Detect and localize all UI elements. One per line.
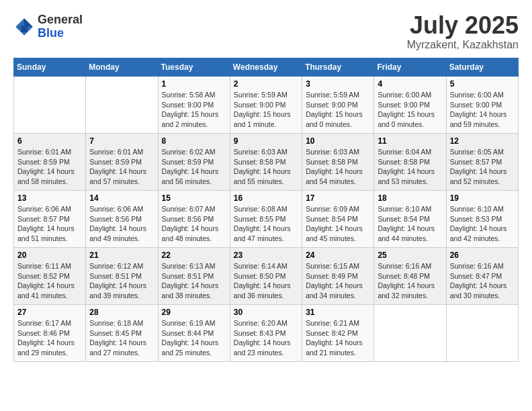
svg-marker-1 [24, 18, 33, 27]
weekday-header: Saturday [446, 58, 518, 77]
calendar-day-cell: 22Sunrise: 6:13 AM Sunset: 8:51 PM Dayli… [158, 248, 230, 305]
day-info: Sunrise: 6:01 AM Sunset: 8:59 PM Dayligh… [17, 147, 82, 187]
day-info: Sunrise: 6:06 AM Sunset: 8:56 PM Dayligh… [89, 204, 154, 244]
calendar-day-cell: 1Sunrise: 5:58 AM Sunset: 9:00 PM Daylig… [158, 77, 230, 134]
day-info: Sunrise: 5:58 AM Sunset: 9:00 PM Dayligh… [162, 90, 226, 130]
day-info: Sunrise: 6:17 AM Sunset: 8:46 PM Dayligh… [17, 318, 82, 358]
day-info: Sunrise: 6:03 AM Sunset: 8:58 PM Dayligh… [306, 147, 370, 187]
day-info: Sunrise: 6:11 AM Sunset: 8:52 PM Dayligh… [17, 261, 82, 301]
day-info: Sunrise: 6:00 AM Sunset: 9:00 PM Dayligh… [378, 90, 442, 130]
day-number: 15 [162, 193, 226, 203]
weekday-header: Wednesday [230, 58, 302, 77]
day-number: 29 [162, 308, 226, 317]
weekday-header: Tuesday [158, 58, 230, 77]
calendar-day-cell: 4Sunrise: 6:00 AM Sunset: 9:00 PM Daylig… [374, 77, 446, 134]
day-info: Sunrise: 6:13 AM Sunset: 8:51 PM Dayligh… [162, 261, 226, 301]
calendar-day-cell: 3Sunrise: 5:59 AM Sunset: 9:00 PM Daylig… [302, 77, 374, 134]
day-number: 22 [162, 250, 226, 260]
day-info: Sunrise: 6:19 AM Sunset: 8:44 PM Dayligh… [162, 318, 226, 358]
day-number: 31 [306, 308, 370, 317]
day-number: 7 [89, 136, 154, 146]
day-info: Sunrise: 6:18 AM Sunset: 8:45 PM Dayligh… [89, 318, 154, 358]
day-info: Sunrise: 6:05 AM Sunset: 8:57 PM Dayligh… [450, 147, 515, 187]
day-number: 27 [17, 308, 82, 317]
weekday-header: Friday [374, 58, 446, 77]
calendar-day-cell: 20Sunrise: 6:11 AM Sunset: 8:52 PM Dayli… [14, 248, 86, 305]
calendar-day-cell: 16Sunrise: 6:08 AM Sunset: 8:55 PM Dayli… [230, 191, 302, 248]
calendar-day-cell: 18Sunrise: 6:10 AM Sunset: 8:54 PM Dayli… [374, 191, 446, 248]
day-number: 5 [450, 79, 515, 89]
calendar-day-cell: 28Sunrise: 6:18 AM Sunset: 8:45 PM Dayli… [86, 305, 158, 362]
calendar-day-cell: 7Sunrise: 6:01 AM Sunset: 8:59 PM Daylig… [86, 134, 158, 191]
day-number: 23 [234, 250, 298, 260]
day-info: Sunrise: 6:09 AM Sunset: 8:54 PM Dayligh… [306, 204, 370, 244]
calendar-day-cell: 6Sunrise: 6:01 AM Sunset: 8:59 PM Daylig… [14, 134, 86, 191]
logo-icon [13, 16, 35, 38]
calendar-day-cell: 13Sunrise: 6:06 AM Sunset: 8:57 PM Dayli… [14, 191, 86, 248]
calendar-day-cell: 21Sunrise: 6:12 AM Sunset: 8:51 PM Dayli… [86, 248, 158, 305]
day-number: 2 [234, 79, 298, 89]
calendar-day-cell [446, 305, 518, 362]
day-number: 12 [450, 136, 515, 146]
calendar-day-cell: 5Sunrise: 6:00 AM Sunset: 9:00 PM Daylig… [446, 77, 518, 134]
page-header: General Blue July 2025 Myrzakent, Kazakh… [13, 13, 519, 51]
weekday-header: Sunday [14, 58, 86, 77]
calendar-day-cell: 11Sunrise: 6:04 AM Sunset: 8:58 PM Dayli… [374, 134, 446, 191]
day-number: 26 [450, 250, 515, 260]
day-info: Sunrise: 5:59 AM Sunset: 9:00 PM Dayligh… [306, 90, 370, 130]
day-number: 6 [17, 136, 82, 146]
calendar-day-cell: 19Sunrise: 6:10 AM Sunset: 8:53 PM Dayli… [446, 191, 518, 248]
day-number: 18 [378, 193, 442, 203]
calendar-week-row: 6Sunrise: 6:01 AM Sunset: 8:59 PM Daylig… [14, 134, 519, 191]
svg-rect-2 [21, 26, 28, 32]
calendar-week-row: 20Sunrise: 6:11 AM Sunset: 8:52 PM Dayli… [14, 248, 519, 305]
calendar-day-cell: 30Sunrise: 6:20 AM Sunset: 8:43 PM Dayli… [230, 305, 302, 362]
day-number: 3 [306, 79, 370, 89]
weekday-row: SundayMondayTuesdayWednesdayThursdayFrid… [14, 58, 519, 77]
day-info: Sunrise: 6:00 AM Sunset: 9:00 PM Dayligh… [450, 90, 515, 130]
day-number: 21 [89, 250, 154, 260]
calendar-day-cell: 23Sunrise: 6:14 AM Sunset: 8:50 PM Dayli… [230, 248, 302, 305]
day-info: Sunrise: 6:04 AM Sunset: 8:58 PM Dayligh… [378, 147, 442, 187]
calendar-header: SundayMondayTuesdayWednesdayThursdayFrid… [14, 58, 519, 77]
day-info: Sunrise: 6:12 AM Sunset: 8:51 PM Dayligh… [89, 261, 154, 301]
logo: General Blue [13, 13, 83, 40]
calendar-week-row: 27Sunrise: 6:17 AM Sunset: 8:46 PM Dayli… [14, 305, 519, 362]
day-info: Sunrise: 6:16 AM Sunset: 8:48 PM Dayligh… [378, 261, 442, 301]
day-number: 13 [17, 193, 82, 203]
day-info: Sunrise: 6:07 AM Sunset: 8:56 PM Dayligh… [162, 204, 226, 244]
calendar-body: 1Sunrise: 5:58 AM Sunset: 9:00 PM Daylig… [14, 77, 519, 362]
day-info: Sunrise: 6:10 AM Sunset: 8:53 PM Dayligh… [450, 204, 515, 244]
calendar-day-cell [374, 305, 446, 362]
day-info: Sunrise: 5:59 AM Sunset: 9:00 PM Dayligh… [234, 90, 298, 130]
logo-blue-text: Blue [38, 27, 83, 40]
calendar-week-row: 13Sunrise: 6:06 AM Sunset: 8:57 PM Dayli… [14, 191, 519, 248]
day-number: 11 [378, 136, 442, 146]
day-info: Sunrise: 6:10 AM Sunset: 8:54 PM Dayligh… [378, 204, 442, 244]
calendar-day-cell: 8Sunrise: 6:02 AM Sunset: 8:59 PM Daylig… [158, 134, 230, 191]
weekday-header: Monday [86, 58, 158, 77]
day-number: 8 [162, 136, 226, 146]
day-info: Sunrise: 6:21 AM Sunset: 8:42 PM Dayligh… [306, 318, 370, 358]
day-info: Sunrise: 6:06 AM Sunset: 8:57 PM Dayligh… [17, 204, 82, 244]
day-number: 16 [234, 193, 298, 203]
day-info: Sunrise: 6:15 AM Sunset: 8:49 PM Dayligh… [306, 261, 370, 301]
calendar-day-cell: 9Sunrise: 6:03 AM Sunset: 8:58 PM Daylig… [230, 134, 302, 191]
calendar-day-cell: 26Sunrise: 6:16 AM Sunset: 8:47 PM Dayli… [446, 248, 518, 305]
calendar-day-cell: 15Sunrise: 6:07 AM Sunset: 8:56 PM Dayli… [158, 191, 230, 248]
day-number: 10 [306, 136, 370, 146]
calendar-day-cell: 2Sunrise: 5:59 AM Sunset: 9:00 PM Daylig… [230, 77, 302, 134]
day-info: Sunrise: 6:20 AM Sunset: 8:43 PM Dayligh… [234, 318, 298, 358]
day-number: 20 [17, 250, 82, 260]
day-info: Sunrise: 6:08 AM Sunset: 8:55 PM Dayligh… [234, 204, 298, 244]
calendar-day-cell: 24Sunrise: 6:15 AM Sunset: 8:49 PM Dayli… [302, 248, 374, 305]
day-info: Sunrise: 6:02 AM Sunset: 8:59 PM Dayligh… [162, 147, 226, 187]
day-number: 1 [162, 79, 226, 89]
day-number: 30 [234, 308, 298, 317]
calendar-day-cell [14, 77, 86, 134]
day-info: Sunrise: 6:03 AM Sunset: 8:58 PM Dayligh… [234, 147, 298, 187]
day-number: 9 [234, 136, 298, 146]
day-number: 14 [89, 193, 154, 203]
calendar-day-cell: 10Sunrise: 6:03 AM Sunset: 8:58 PM Dayli… [302, 134, 374, 191]
logo-general-text: General [38, 13, 83, 27]
